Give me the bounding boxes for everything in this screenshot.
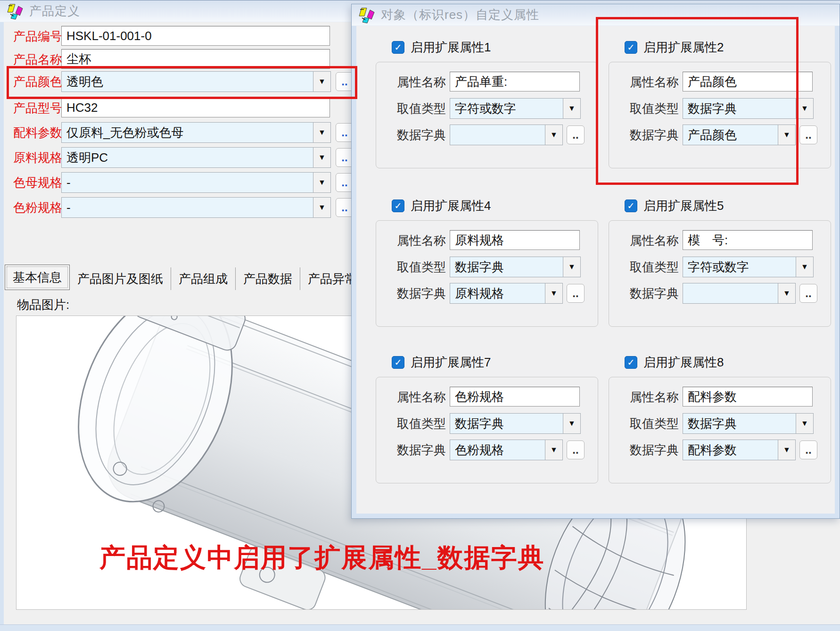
dropdown-arrow-icon[interactable]: ▼: [796, 99, 813, 118]
product-name-input[interactable]: [61, 49, 330, 69]
data-dict-value: [450, 125, 545, 145]
value-type-label: 取值类型: [397, 259, 446, 275]
ext-attr-8-label: 启用扩展属性8: [643, 354, 724, 371]
data-dict-combo[interactable]: 产品颜色 ▼: [683, 125, 796, 145]
attr-name-input[interactable]: [450, 387, 580, 407]
data-dict-more-button[interactable]: ..: [799, 125, 817, 144]
data-dict-combo[interactable]: ▼: [450, 125, 563, 145]
value-type-combo[interactable]: 数据字典 ▼: [683, 413, 814, 434]
dropdown-arrow-icon[interactable]: ▼: [545, 283, 562, 303]
dropdown-arrow-icon[interactable]: ▼: [313, 173, 330, 192]
ext-attr-group-2: ✓ 启用扩展属性2 属性名称 取值类型 数据字典 ▼ 数据字典: [609, 40, 831, 168]
dropdown-arrow-icon[interactable]: ▼: [563, 99, 580, 118]
product-code-label: 产品编号:: [13, 28, 66, 45]
toner-spec-label: 色粉规格: [13, 199, 62, 216]
product-model-input[interactable]: [61, 98, 330, 117]
attr-name-label: 属性名称: [630, 389, 679, 406]
ext-attr-2-box: 属性名称 取值类型 数据字典 ▼ 数据字典 产品颜色 ▼ ..: [609, 62, 831, 168]
tab-product-images[interactable]: 产品图片及图纸: [70, 267, 171, 290]
ingredient-params-label: 配料参数: [13, 125, 62, 141]
attr-name-input[interactable]: [450, 230, 580, 250]
data-dict-label: 数据字典: [630, 127, 679, 143]
data-dict-more-button[interactable]: ..: [567, 440, 585, 459]
dropdown-arrow-icon[interactable]: ▼: [313, 198, 330, 217]
product-color-combo[interactable]: 透明色 ▼: [61, 71, 331, 92]
field-row-raw-material-spec: 原料规格 透明PC ▼ ..: [13, 147, 362, 168]
data-dict-more-button[interactable]: ..: [799, 284, 817, 303]
data-dict-value: 配料参数: [683, 440, 778, 460]
masterbatch-spec-combo[interactable]: - ▼: [61, 172, 331, 193]
ingredient-params-combo[interactable]: 仅原料_无色粉或色母 ▼: [61, 122, 331, 143]
dropdown-arrow-icon[interactable]: ▼: [313, 148, 330, 167]
dropdown-arrow-icon[interactable]: ▼: [563, 257, 580, 277]
value-type-combo[interactable]: 数据字典 ▼: [450, 257, 581, 277]
dropdown-arrow-icon[interactable]: ▼: [778, 440, 795, 460]
data-dict-more-button[interactable]: ..: [567, 284, 585, 303]
attr-name-label: 属性名称: [397, 389, 446, 406]
raw-material-spec-combo[interactable]: 透明PC ▼: [61, 147, 331, 168]
dropdown-arrow-icon[interactable]: ▼: [545, 440, 562, 460]
field-row-product-color: 产品颜色 透明色 ▼ ..: [13, 71, 362, 92]
dropdown-arrow-icon[interactable]: ▼: [796, 414, 813, 433]
product-color-value: 透明色: [62, 72, 313, 91]
checkbox-ext-attr-8[interactable]: ✓: [625, 356, 637, 369]
masterbatch-spec-value: -: [62, 173, 313, 192]
app-icon: [7, 3, 24, 20]
window-custom-properties: 对象（标识res）自定义属性 ✓ 启用扩展属性1 属性名称 取值类型 字符或数字…: [351, 4, 840, 519]
dropdown-arrow-icon[interactable]: ▼: [778, 283, 795, 303]
product-name-label: 产品名称:: [13, 51, 66, 68]
value-type-combo[interactable]: 字符或数字 ▼: [683, 257, 814, 277]
dropdown-arrow-icon[interactable]: ▼: [545, 125, 562, 145]
tab-basic-info[interactable]: 基本信息: [5, 265, 70, 290]
checkbox-ext-attr-4[interactable]: ✓: [392, 199, 404, 212]
window-left-border: [0, 22, 4, 631]
dropdown-arrow-icon[interactable]: ▼: [563, 414, 580, 433]
data-dict-label: 数据字典: [397, 285, 446, 302]
checkbox-ext-attr-7[interactable]: ✓: [392, 356, 404, 369]
ext-attr-2-label: 启用扩展属性2: [643, 39, 724, 56]
value-type-combo[interactable]: 数据字典 ▼: [450, 413, 581, 434]
attr-name-input[interactable]: [450, 72, 580, 91]
data-dict-combo[interactable]: 配料参数 ▼: [683, 440, 796, 460]
attr-name-input[interactable]: [683, 72, 813, 91]
custom-properties-titlebar[interactable]: 对象（标识res）自定义属性: [352, 4, 840, 26]
data-dict-more-button[interactable]: ..: [567, 125, 585, 144]
ext-attr-8-box: 属性名称 取值类型 数据字典 ▼ 数据字典 配料参数 ▼ ..: [609, 377, 831, 483]
attr-name-label: 属性名称: [630, 74, 679, 91]
attr-name-input[interactable]: [683, 387, 813, 407]
checkbox-ext-attr-1[interactable]: ✓: [392, 41, 404, 54]
value-type-value: 字符或数字: [683, 257, 796, 277]
toner-spec-combo[interactable]: - ▼: [61, 197, 331, 218]
dropdown-arrow-icon[interactable]: ▼: [313, 123, 330, 142]
tab-product-data[interactable]: 产品数据: [236, 267, 300, 290]
data-dict-label: 数据字典: [630, 285, 679, 302]
tab-product-composition[interactable]: 产品组成: [171, 267, 236, 290]
data-dict-label: 数据字典: [397, 442, 446, 458]
dropdown-arrow-icon[interactable]: ▼: [796, 257, 813, 277]
annotation-caption: 产品定义中启用了扩展属性_数据字典: [99, 540, 545, 575]
dropdown-arrow-icon[interactable]: ▼: [778, 125, 795, 145]
field-row-product-name: 产品名称:: [13, 49, 362, 70]
product-code-input[interactable]: [61, 26, 330, 46]
data-dict-combo[interactable]: ▼: [683, 283, 796, 304]
checkbox-ext-attr-2[interactable]: ✓: [625, 41, 637, 54]
ext-attr-7-label: 启用扩展属性7: [411, 354, 491, 371]
data-dict-combo[interactable]: 原料规格 ▼: [450, 283, 563, 304]
ingredient-params-value: 仅原料_无色粉或色母: [62, 123, 313, 142]
data-dict-value: 色粉规格: [450, 440, 545, 460]
value-type-value: 数据字典: [450, 257, 563, 277]
raw-material-spec-label: 原料规格: [13, 149, 62, 166]
value-type-combo[interactable]: 字符或数字 ▼: [450, 98, 581, 119]
value-type-label: 取值类型: [397, 415, 446, 432]
value-type-value: 字符或数字: [450, 99, 563, 118]
data-dict-combo[interactable]: 色粉规格 ▼: [450, 440, 563, 460]
ext-attr-7-box: 属性名称 取值类型 数据字典 ▼ 数据字典 色粉规格 ▼ ..: [376, 377, 598, 483]
data-dict-value: [683, 283, 778, 303]
field-row-ingredient-params: 配料参数 仅原料_无色粉或色母 ▼ ..: [13, 122, 362, 143]
checkbox-ext-attr-5[interactable]: ✓: [625, 199, 637, 212]
value-type-combo[interactable]: 数据字典 ▼: [683, 98, 814, 119]
value-type-value: 数据字典: [450, 414, 563, 433]
attr-name-input[interactable]: [683, 230, 813, 250]
dropdown-arrow-icon[interactable]: ▼: [313, 72, 330, 91]
data-dict-more-button[interactable]: ..: [799, 440, 817, 459]
